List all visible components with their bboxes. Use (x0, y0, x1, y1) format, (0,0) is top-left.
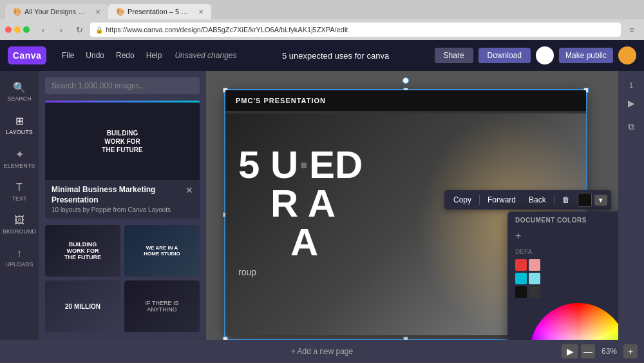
sidebar-item-text[interactable]: T TEXT (0, 177, 39, 207)
delete-button[interactable]: 🗑 (557, 193, 575, 206)
plus-icon: + (515, 230, 521, 242)
grid-item-3[interactable]: 20 MILLION (45, 280, 120, 332)
swatch-light-cyan[interactable] (529, 273, 540, 284)
unsaved-changes-label: Unsaved changes (175, 51, 236, 60)
traffic-light-yellow[interactable] (14, 26, 21, 33)
download-button[interactable]: Download (478, 48, 531, 63)
browser-tab-2[interactable]: 🎨 Presentation – 5 unexpect... ✕ (108, 4, 211, 19)
swatch-pink[interactable] (529, 259, 540, 271)
slide-text-area: 5 U·ED R A A roup (238, 146, 363, 277)
swatch-cyan[interactable] (515, 273, 527, 284)
sidebar-label-background: BKGROUND (3, 228, 36, 235)
search-icon: 🔍 (13, 81, 26, 93)
color-picker-header: DOCUMENT COLORS (507, 211, 618, 229)
forward-button[interactable]: › (54, 23, 68, 37)
templates-panel: BUILDINGWORK FORTHE FUTURE Minimal Busin… (39, 71, 206, 340)
sidebar-label-search: SEARCH (7, 95, 32, 102)
swatch-row-2 (515, 273, 618, 284)
swatch-black[interactable] (515, 286, 527, 298)
slide-header: PMC'S PRESENTATION (225, 90, 586, 111)
document-title: 5 unexpected uses for canva (242, 51, 429, 61)
user-avatar[interactable] (618, 46, 636, 64)
grid-thumb-3: 20 MILLION (45, 280, 120, 332)
background-icon: 🖼 (14, 215, 24, 226)
traffic-light-red[interactable] (5, 26, 12, 33)
grid-item-1[interactable]: BUILDINGWORK FORTHE FUTURE (45, 225, 120, 277)
share-button[interactable]: Share (435, 48, 473, 63)
browser-chrome: 🎨 All Your Designs – Canva ✕ 🎨 Presentat… (0, 0, 644, 40)
slide-sub-text: roup (238, 267, 363, 277)
address-bar[interactable]: 🔒 https://www.canva.com/design/DAB5gZc7X… (90, 23, 621, 37)
right-sidebar: 1 ▶ ⧉ (618, 71, 644, 340)
swatch-dark[interactable] (529, 286, 540, 298)
separator-1 (479, 195, 480, 205)
add-color-button[interactable]: + (507, 229, 618, 247)
color-wheel-container[interactable] (507, 298, 618, 340)
sidebar-item-layouts[interactable]: ⊞ LAYOUTS (0, 110, 39, 141)
browser-toolbar: ‹ › ↻ 🔒 https://www.canva.com/design/DAB… (0, 19, 644, 40)
back-button[interactable]: ‹ (36, 23, 50, 37)
tab-close-2[interactable]: ✕ (198, 8, 204, 15)
menu-redo[interactable]: Redo (111, 48, 140, 63)
color-swatch-button[interactable] (578, 193, 592, 207)
grid-thumb-2: WE ARE IN AHOME STUDIO (124, 225, 200, 277)
back-button[interactable]: Back (524, 193, 551, 206)
browser-tab-1[interactable]: 🎨 All Your Designs – Canva ✕ (5, 4, 108, 19)
templates-search (39, 71, 206, 101)
browser-menu-button[interactable]: ≡ (625, 23, 639, 37)
grid-item-2[interactable]: WE ARE IN AHOME STUDIO (124, 225, 200, 277)
uploads-icon: ↑ (17, 248, 22, 259)
topbar-actions: Share Download Make public (435, 46, 636, 64)
sidebar-item-search[interactable]: 🔍 SEARCH (0, 76, 39, 107)
rotate-handle[interactable] (402, 77, 409, 84)
template-name: Minimal Business Marketing Presentation (52, 185, 185, 205)
menu-undo[interactable]: Undo (80, 48, 109, 63)
template-info: Minimal Business Marketing Presentation … (45, 180, 200, 219)
traffic-light-green[interactable] (23, 26, 30, 33)
search-input[interactable] (45, 77, 200, 94)
template-meta: 10 layouts by Poppie from Canva Layouts (52, 206, 185, 213)
refresh-button[interactable]: ↻ (72, 23, 86, 37)
traffic-lights (5, 26, 30, 33)
zoom-in-button[interactable]: + (623, 344, 638, 358)
forward-button[interactable]: Forward (482, 193, 521, 206)
lock-icon: 🔒 (95, 26, 103, 34)
swatch-red[interactable] (515, 259, 527, 271)
sidebar-item-background[interactable]: 🖼 BKGROUND (0, 210, 39, 240)
sidebar-label-elements: ELEMENTS (4, 162, 35, 169)
canva-topbar: Canva File Undo Redo Help Unsaved change… (0, 40, 644, 71)
add-page-button[interactable]: + Add a new page (291, 347, 353, 356)
page-number: 1 (629, 81, 633, 89)
copy-slide-button[interactable]: ⧉ (622, 117, 640, 135)
browser-tabs: 🎨 All Your Designs – Canva ✕ 🎨 Presentat… (0, 0, 644, 19)
sidebar-item-elements[interactable]: ✦ ELEMENTS (0, 143, 39, 174)
sidebar-label-text: TEXT (12, 195, 26, 202)
slide-big-text: 5 U·ED R A A (238, 146, 363, 262)
color-wheel[interactable] (530, 303, 618, 340)
tab-close-1[interactable]: ✕ (95, 8, 100, 15)
default-colors-label: DEFA... (507, 247, 618, 259)
dropdown-button[interactable]: ▼ (594, 195, 607, 206)
swatch-row-1 (515, 259, 618, 271)
grid-thumb-1: BUILDINGWORK FORTHE FUTURE (45, 225, 120, 277)
menu-file[interactable]: File (57, 48, 79, 63)
tab-label-1: All Your Designs – Canva (24, 8, 89, 15)
grid-item-4[interactable]: IF THERE ISANYTHING (124, 280, 200, 332)
sidebar-label-uploads: UPLOADS (5, 261, 33, 268)
present-icon-button[interactable]: ▶ (622, 94, 640, 112)
grid-thumb-4: IF THERE ISANYTHING (124, 280, 200, 332)
zoom-out-button[interactable]: — (581, 344, 595, 358)
canva-logo[interactable]: Canva (8, 46, 46, 64)
template-close-button[interactable]: ✕ (185, 185, 193, 195)
canva-main: 🔍 SEARCH ⊞ LAYOUTS ✦ ELEMENTS T TEXT 🖼 B… (0, 71, 644, 340)
address-text: https://www.canva.com/design/DAB5gZc7XiE… (106, 26, 348, 34)
copy-button[interactable]: Copy (448, 193, 477, 206)
template-grid: BUILDINGWORK FORTHE FUTURE WE ARE IN AHO… (39, 225, 206, 332)
menu-help[interactable]: Help (141, 48, 167, 63)
featured-template-card[interactable]: BUILDINGWORK FORTHE FUTURE Minimal Busin… (45, 103, 200, 219)
tab-favicon-1: 🎨 (13, 8, 21, 15)
canvas-area[interactable]: PMC'S PRESENTATION 5 U·ED R A A roup (206, 71, 618, 340)
present-button[interactable]: ▶ (562, 344, 578, 358)
make-public-button[interactable]: Make public (559, 48, 613, 63)
sidebar-item-uploads[interactable]: ↑ UPLOADS (0, 242, 39, 273)
